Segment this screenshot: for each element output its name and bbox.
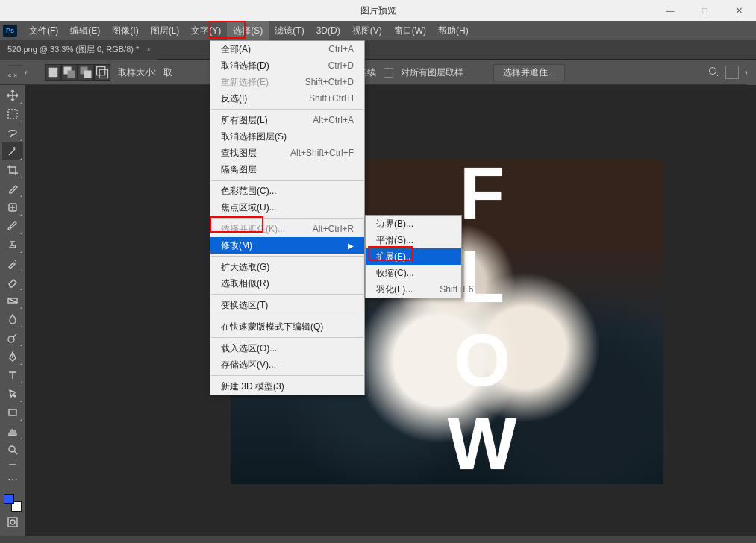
- all-layers-label: 对所有图层取样: [401, 66, 463, 79]
- select-menu-item[interactable]: 新建 3D 模型(3): [210, 378, 364, 395]
- select-menu-item[interactable]: 色彩范围(C)...: [210, 183, 364, 199]
- select-menu-item[interactable]: 在快速蒙版模式下编辑(Q): [210, 318, 364, 335]
- select-menu-item[interactable]: 隔离图层: [210, 161, 364, 178]
- canvas-area: FLOWERS: [25, 85, 756, 536]
- window-maximize-button[interactable]: □: [687, 0, 722, 21]
- select-menu-item[interactable]: 变换选区(T): [210, 297, 364, 313]
- modify-submenu-item[interactable]: 收缩(C)...: [366, 265, 461, 281]
- path-selection-tool[interactable]: [2, 385, 23, 403]
- select-menu-item[interactable]: 取消选择(D)Ctrl+D: [210, 57, 364, 74]
- modify-submenu-item[interactable]: 扩展(E)...: [366, 248, 461, 265]
- tools-panel: ⋯: [0, 85, 25, 543]
- svg-rect-6: [99, 69, 107, 78]
- crop-tool[interactable]: [2, 161, 23, 179]
- all-layers-checkbox[interactable]: [384, 68, 393, 78]
- modify-submenu-item[interactable]: 羽化(F)...Shift+F6: [366, 281, 461, 298]
- menu-3d[interactable]: 3D(D): [310, 21, 346, 40]
- tools-collapse-strip[interactable]: « ×: [0, 66, 25, 85]
- select-menu-item[interactable]: 选取相似(R): [210, 275, 364, 292]
- document-tab-label: 520.png @ 33.3% (图层 0, RGB/8) *: [7, 44, 139, 55]
- healing-brush-tool[interactable]: [2, 198, 23, 216]
- modify-submenu: 边界(B)...平滑(S)...扩展(E)...收缩(C)...羽化(F)...…: [365, 215, 462, 298]
- menu-filter[interactable]: 滤镜(T): [269, 21, 310, 40]
- select-menu-item[interactable]: 焦点区域(U)...: [210, 199, 364, 216]
- menu-file[interactable]: 文件(F): [23, 21, 64, 40]
- select-menu-item[interactable]: 反选(I)Shift+Ctrl+I: [210, 90, 364, 107]
- select-menu-item[interactable]: 选择并遮住(K)...Alt+Ctrl+R: [210, 221, 364, 237]
- brush-tool[interactable]: [2, 217, 23, 235]
- menu-view[interactable]: 视图(V): [346, 21, 388, 40]
- selection-mode-intersect[interactable]: [94, 64, 110, 81]
- options-bar: ▾ 取样大小: 取 除锯齿 连续 对所有图层取样 选择并遮住... ▾: [0, 60, 756, 85]
- menu-image[interactable]: 图像(I): [106, 21, 144, 40]
- gradient-tool[interactable]: [2, 292, 23, 310]
- eraser-tool[interactable]: [2, 273, 23, 291]
- status-bar: [0, 536, 756, 543]
- selection-mode-new[interactable]: [45, 64, 61, 81]
- select-menu-item[interactable]: 重新选择(E)Shift+Ctrl+D: [210, 74, 364, 90]
- history-brush-tool[interactable]: [2, 254, 23, 272]
- eyedropper-tool[interactable]: [2, 180, 23, 198]
- svg-rect-2: [68, 71, 75, 78]
- type-tool[interactable]: [2, 366, 23, 384]
- select-menu-item[interactable]: 扩大选取(G): [210, 259, 364, 275]
- svg-point-7: [710, 67, 716, 74]
- foreground-background-colors[interactable]: [2, 492, 23, 513]
- sample-size-value[interactable]: 取: [163, 66, 172, 79]
- window-title: 图片预览: [360, 4, 396, 17]
- dodge-tool[interactable]: [2, 329, 23, 347]
- document-tab-close[interactable]: ×: [146, 45, 151, 54]
- zoom-tool[interactable]: [2, 441, 23, 459]
- canvas-text-layer: FLOWERS: [440, 160, 524, 484]
- clone-stamp-tool[interactable]: [2, 236, 23, 254]
- pen-tool[interactable]: [2, 348, 23, 365]
- menu-type[interactable]: 文字(Y): [185, 21, 227, 40]
- blur-tool[interactable]: [2, 310, 23, 328]
- select-menu-item[interactable]: 查找图层Alt+Shift+Ctrl+F: [210, 145, 364, 161]
- marquee-tool[interactable]: [2, 105, 23, 123]
- tool-separator: [2, 459, 23, 470]
- document-tab[interactable]: 520.png @ 33.3% (图层 0, RGB/8) * ×: [0, 40, 158, 60]
- rectangle-tool[interactable]: [2, 404, 23, 421]
- modify-submenu-item[interactable]: 平滑(S)...: [366, 232, 461, 248]
- svg-rect-0: [49, 68, 58, 78]
- quick-mask-toggle[interactable]: [2, 513, 23, 531]
- magic-wand-tool[interactable]: [2, 142, 23, 160]
- select-menu-item[interactable]: 载入选区(O)...: [210, 340, 364, 357]
- workspace-icon[interactable]: [725, 66, 739, 79]
- hand-tool[interactable]: [2, 422, 23, 440]
- svg-point-13: [9, 446, 15, 452]
- menu-layer[interactable]: 图层(L): [145, 21, 186, 40]
- window-titlebar: 图片预览 — □ ✕: [0, 0, 756, 21]
- edit-toolbar[interactable]: ⋯: [2, 471, 23, 489]
- select-menu-item[interactable]: 存储选区(V)...: [210, 357, 364, 373]
- menu-select[interactable]: 选择(S): [227, 21, 269, 40]
- menu-help[interactable]: 帮助(H): [432, 21, 475, 40]
- svg-point-11: [8, 336, 14, 342]
- select-and-mask-button[interactable]: 选择并遮住...: [493, 64, 565, 81]
- svg-rect-14: [8, 518, 17, 527]
- selection-mode-subtract[interactable]: [78, 64, 94, 81]
- document-tabs: 520.png @ 33.3% (图层 0, RGB/8) * ×: [0, 40, 756, 60]
- select-menu-item[interactable]: 全部(A)Ctrl+A: [210, 41, 364, 57]
- menu-edit[interactable]: 编辑(E): [64, 21, 106, 40]
- move-tool[interactable]: [2, 87, 23, 104]
- window-close-button[interactable]: ✕: [722, 0, 756, 21]
- window-minimize-button[interactable]: —: [653, 0, 687, 21]
- modify-submenu-item[interactable]: 边界(B)...: [366, 216, 461, 232]
- search-icon[interactable]: [707, 66, 719, 80]
- select-menu-item[interactable]: 取消选择图层(S): [210, 128, 364, 145]
- select-menu-dropdown: 全部(A)Ctrl+A取消选择(D)Ctrl+D重新选择(E)Shift+Ctr…: [210, 40, 365, 395]
- menu-window[interactable]: 窗口(W): [388, 21, 432, 40]
- foreground-color-swatch[interactable]: [4, 494, 14, 504]
- svg-rect-12: [9, 409, 16, 415]
- svg-point-15: [10, 520, 15, 524]
- select-menu-item[interactable]: 所有图层(L)Alt+Ctrl+A: [210, 112, 364, 128]
- svg-rect-8: [8, 110, 17, 119]
- svg-rect-5: [97, 67, 105, 75]
- selection-mode-add[interactable]: [61, 64, 78, 81]
- app-menubar: Ps 文件(F) 编辑(E) 图像(I) 图层(L) 文字(Y) 选择(S) 滤…: [0, 21, 756, 40]
- lasso-tool[interactable]: [2, 124, 23, 142]
- select-menu-item[interactable]: 修改(M)▶: [210, 237, 364, 254]
- svg-rect-4: [84, 71, 92, 78]
